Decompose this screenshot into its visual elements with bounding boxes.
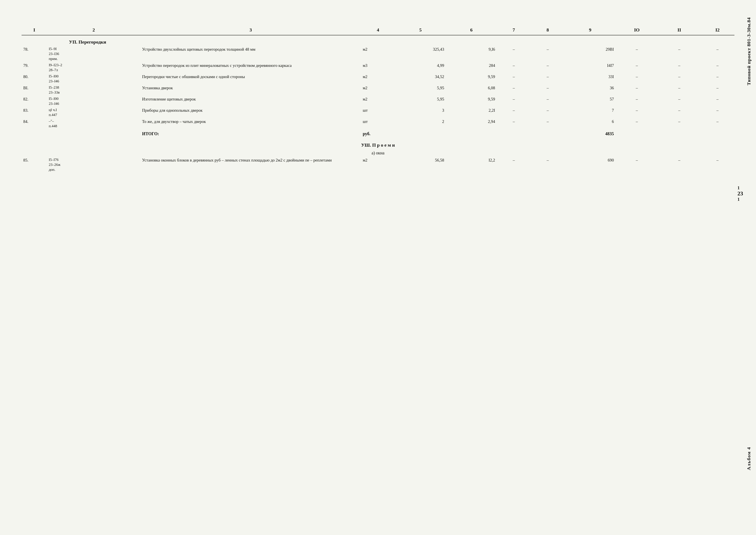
row-79-col7: – — [497, 62, 531, 73]
main-table: I 2 3 4 5 6 7 8 9 IO II I2 УП. Перегород… — [21, 26, 735, 173]
table-row: 80. I5–I00 23–I46 Перегородки чистые с о… — [21, 73, 735, 85]
row-78-price: 9,I6 — [446, 46, 497, 62]
row-79-total: I4I7 — [565, 62, 615, 73]
col-header-3: 3 — [140, 26, 361, 35]
row-83-col11: – — [658, 107, 701, 118]
table-row: 78. I5–9I 23–I36 прим. Устройство двухсл… — [21, 46, 735, 62]
row-79-col10: – — [616, 62, 658, 73]
row-79-desc: Устройство перегородок из плит минералов… — [140, 62, 361, 73]
section-1-title: УП. Перегородки — [21, 35, 735, 46]
row-84-total: 6 — [565, 118, 615, 129]
row-81-num: BI. — [21, 85, 47, 96]
row-80-col10: – — [616, 73, 658, 85]
col-header-10: IO — [616, 26, 658, 35]
table-header-row: I 2 3 4 5 6 7 8 9 IO II I2 — [21, 26, 735, 35]
row-81-col11: – — [658, 85, 701, 96]
row-78-col8: – — [531, 46, 565, 62]
itogo-empty6 — [531, 129, 565, 138]
row-85-ref: I5–I76 23–26ж доп. — [47, 157, 140, 173]
row-81-col7: – — [497, 85, 531, 96]
col-header-11: II — [658, 26, 701, 35]
row-78-total: 29BI — [565, 46, 615, 62]
row-80-ref: I5–I00 23–I46 — [47, 73, 140, 85]
table-row: BI. I5–238 23–33в Установка дверок м2 5,… — [21, 85, 735, 96]
itogo-empty4 — [446, 129, 497, 138]
row-79-price: 284 — [446, 62, 497, 73]
row-85-col8: – — [531, 157, 565, 173]
row-81-col8: – — [531, 85, 565, 96]
row-84-col10: – — [616, 118, 658, 129]
section-1-title-row: УП. Перегородки — [21, 35, 735, 46]
col-header-2: 2 — [47, 26, 140, 35]
itogo-empty8 — [658, 129, 701, 138]
row-82-col7: – — [497, 96, 531, 107]
row-82-unit: м2 — [361, 96, 395, 107]
row-84-col12: – — [700, 118, 735, 129]
col-header-4: 4 — [361, 26, 395, 35]
row-81-col10: – — [616, 85, 658, 96]
row-85-num: 85. — [21, 157, 47, 173]
itogo-total: 4835 — [565, 129, 615, 138]
row-84-col11: – — [658, 118, 701, 129]
side-text-album: Альбом 4 — [746, 447, 752, 470]
row-85-unit: м2 — [361, 157, 395, 173]
itogo-empty1 — [21, 129, 47, 138]
row-82-num: 82. — [21, 96, 47, 107]
table-row: 84. –"– п.448 То же, для двухствор – чат… — [21, 118, 735, 129]
itogo-empty9 — [700, 129, 735, 138]
row-80-col11: – — [658, 73, 701, 85]
row-78-col7: – — [497, 46, 531, 62]
row-82-col12: – — [700, 96, 735, 107]
col-header-7: 7 — [497, 26, 531, 35]
row-85-col11: – — [658, 157, 701, 173]
row-83-qty: 3 — [395, 107, 446, 118]
table-row: 82. I5–I00 23–I46 Изготовление щитовых д… — [21, 96, 735, 107]
row-85-col10: – — [616, 157, 658, 173]
row-80-qty: 34,52 — [395, 73, 446, 85]
row-84-num: 84. — [21, 118, 47, 129]
row-83-col8: – — [531, 107, 565, 118]
row-79-col8: – — [531, 62, 565, 73]
row-82-desc: Изготовление щитовых дверок — [140, 96, 361, 107]
table-row: 79. I9–I23–2 28–7л Устройство перегородо… — [21, 62, 735, 73]
row-84-ref: –"– п.448 — [47, 118, 140, 129]
row-81-total: 36 — [565, 85, 615, 96]
row-78-col10: – — [616, 46, 658, 62]
row-85-price: I2,2 — [446, 157, 497, 173]
row-84-qty: 2 — [395, 118, 446, 129]
col-header-1: I — [21, 26, 47, 35]
row-80-num: 80. — [21, 73, 47, 85]
table-row: 83. цI ч.I п.447 Приборы для однопольных… — [21, 107, 735, 118]
itogo-empty5 — [497, 129, 531, 138]
section-2-title: УШ. П р о е м н — [21, 138, 735, 149]
itogo-empty3 — [395, 129, 446, 138]
itogo-empty2 — [47, 129, 140, 138]
row-80-total: 33I — [565, 73, 615, 85]
row-82-qty: 5,95 — [395, 96, 446, 107]
row-79-qty: 4,99 — [395, 62, 446, 73]
row-78-col11: – — [658, 46, 701, 62]
side-text-project: Типовой проект 801-3-30м.84 — [746, 17, 752, 85]
row-80-col7: – — [497, 73, 531, 85]
side-note-numbers: 1 23 1 — [738, 185, 743, 202]
row-78-col12: – — [700, 46, 735, 62]
row-84-price: 2,94 — [446, 118, 497, 129]
row-84-col8: – — [531, 118, 565, 129]
section-2-sub: а) окна — [21, 149, 735, 157]
row-83-total: 7 — [565, 107, 615, 118]
row-79-unit: м3 — [361, 62, 395, 73]
col-header-5: 5 — [395, 26, 446, 35]
row-78-unit: м2 — [361, 46, 395, 62]
row-83-col12: – — [700, 107, 735, 118]
row-83-unit: шт — [361, 107, 395, 118]
itogo-empty7 — [616, 129, 658, 138]
page: Типовой проект 801-3-30м.84 Альбом 4 1 2… — [0, 0, 756, 535]
row-85-col12: – — [700, 157, 735, 173]
itogo-row: ИТОГО: руб. 4835 — [21, 129, 735, 138]
row-79-ref: I9–I23–2 28–7л — [47, 62, 140, 73]
itogo-unit: руб. — [361, 129, 395, 138]
row-82-col10: – — [616, 96, 658, 107]
row-83-price: 2,2I — [446, 107, 497, 118]
row-78-num: 78. — [21, 46, 47, 62]
row-85-qty: 56,58 — [395, 157, 446, 173]
